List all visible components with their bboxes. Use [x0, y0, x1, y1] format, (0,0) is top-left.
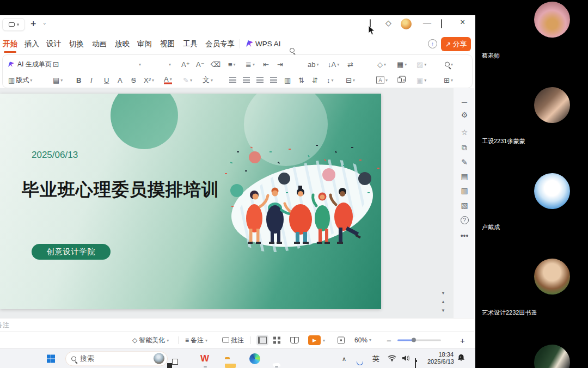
restore-button[interactable] — [441, 20, 442, 28]
insert-picture-icon[interactable]: ▦▾ — [397, 60, 407, 69]
paste-icon[interactable]: ▤▾ — [53, 76, 63, 84]
menu-view[interactable]: 视图 — [160, 34, 175, 54]
account-avatar[interactable] — [401, 19, 412, 29]
previous-slide-icon[interactable]: ▲ — [441, 299, 445, 304]
scroll-down-icon[interactable]: ▼ — [441, 291, 445, 296]
phonetic-guide-icon[interactable]: 文▾ — [203, 75, 213, 85]
tab-list-chevron-icon[interactable]: ⌄ — [42, 20, 47, 26]
effects-star-icon[interactable]: ☆ — [454, 128, 475, 137]
zoom-out-button[interactable]: − — [387, 335, 391, 345]
ime-language-indicator[interactable]: 英 — [372, 354, 379, 364]
highlight-color-icon[interactable]: ✎▾ — [183, 76, 192, 84]
zoom-level[interactable]: 60%▾ — [354, 336, 371, 344]
normal-view-button[interactable] — [256, 335, 268, 345]
share-button[interactable]: ↗分享 — [441, 37, 471, 51]
new-tab-button[interactable]: + — [30, 17, 36, 30]
bullet-list-icon[interactable]: ≡▾ — [228, 60, 236, 69]
zoom-in-button[interactable]: + — [460, 335, 465, 345]
clock[interactable]: 18:34 2025/6/13 — [427, 351, 454, 366]
menu-member[interactable]: 会员专享 — [205, 34, 235, 54]
play-options-chevron-icon[interactable]: ▾ — [323, 338, 325, 342]
format-painter-icon[interactable]: ⊡ — [53, 60, 59, 69]
text-box-icon[interactable]: A▾ — [376, 77, 388, 84]
line-spacing-icon[interactable]: ↕▾ — [327, 76, 334, 84]
numbered-list-icon[interactable]: ≣▾ — [246, 60, 255, 69]
wifi-icon[interactable] — [388, 354, 396, 364]
workspace-cube-icon[interactable]: ◇ — [385, 19, 391, 27]
edge-browser-icon[interactable] — [249, 353, 260, 364]
template-icon[interactable]: ▤ — [454, 172, 475, 181]
find-replace-icon[interactable]: ▾ — [445, 62, 453, 67]
font-name-select[interactable]: ▾ — [139, 62, 141, 67]
slide-sorter-view-button[interactable] — [273, 336, 280, 344]
decrease-indent-icon[interactable]: ⇤ — [263, 60, 269, 69]
notes-book-icon[interactable]: ▥ — [454, 186, 475, 195]
volume-icon[interactable] — [402, 354, 411, 364]
shape-fill-icon[interactable]: ▨▾ — [416, 60, 426, 69]
columns-icon[interactable]: ▥ — [284, 76, 291, 84]
decrease-font-icon[interactable]: A⁻ — [196, 60, 205, 69]
menu-slideshow[interactable]: 放映 — [115, 34, 130, 54]
superscript-button[interactable]: X²▾ — [144, 76, 154, 84]
menu-design[interactable]: 设计 — [46, 34, 61, 54]
search-book-icon[interactable]: ▧ — [454, 201, 475, 210]
resources-icon[interactable]: ⧉ — [454, 143, 475, 152]
character-spacing-icon[interactable]: ab▾ — [308, 60, 318, 69]
menu-wps-ai[interactable]: WPS AI — [246, 34, 281, 54]
notification-bell-icon[interactable]: z — [457, 354, 465, 364]
notes-toggle-button[interactable]: ≡ 备注▾ — [185, 335, 207, 345]
start-button[interactable] — [47, 354, 55, 363]
battery-icon[interactable] — [415, 358, 416, 368]
convert-to-slide-icon[interactable]: ⇄ — [347, 60, 353, 69]
merge-shapes-icon[interactable]: ▣▾ — [416, 76, 426, 84]
align-right-icon[interactable] — [256, 77, 264, 83]
slide[interactable]: 2025/06/13 毕业班心理委员摸排培训 创意设计学院 — [0, 94, 381, 309]
align-center-icon[interactable] — [243, 77, 250, 83]
next-slide-icon[interactable]: ▼ — [441, 308, 445, 313]
taskbar-search[interactable]: 搜索 — [65, 351, 168, 366]
more-options-icon[interactable]: ••• — [454, 231, 475, 240]
font-size-select[interactable]: ▾ — [169, 62, 171, 67]
italic-button[interactable]: I — [90, 76, 93, 84]
search-icon[interactable] — [290, 40, 295, 48]
collapse-panel-icon[interactable]: ─ — [454, 98, 475, 107]
wps-app-icon[interactable]: W — [200, 353, 209, 364]
zoom-slider[interactable] — [397, 339, 441, 341]
beautify-wand-icon[interactable]: ✎ — [454, 158, 475, 167]
reading-view-button[interactable] — [290, 337, 299, 344]
shapes-icon[interactable]: ◇▾ — [377, 60, 386, 69]
increase-indent-icon[interactable]: ⇥ — [277, 60, 283, 69]
fit-to-screen-icon[interactable] — [338, 336, 345, 344]
underline-button[interactable]: U — [104, 76, 109, 84]
menu-tools[interactable]: 工具 — [183, 34, 198, 54]
menu-insert[interactable]: 插入 — [24, 34, 39, 54]
decrease-paragraph-spacing-icon[interactable]: ⇵ — [312, 76, 318, 84]
font-color-button[interactable]: A▾ — [164, 76, 172, 84]
menu-home[interactable]: 开始 — [3, 34, 17, 54]
play-slideshow-button[interactable]: ▶ — [308, 335, 321, 345]
minimize-button[interactable]: — — [423, 17, 431, 27]
distribute-text-icon[interactable]: ⊟▾ — [346, 76, 355, 84]
menu-animation[interactable]: 动画 — [92, 34, 107, 54]
smart-beautify-button[interactable]: ◇ 智能美化▾ — [132, 335, 169, 345]
zoom-slider-knob[interactable] — [412, 338, 416, 342]
arrange-icon[interactable]: ▾ — [397, 78, 405, 83]
menu-transition[interactable]: 切换 — [69, 34, 84, 54]
slide-settings-icon[interactable]: ⊞▾ — [444, 76, 453, 84]
increase-font-icon[interactable]: A⁺ — [181, 60, 190, 69]
help-icon[interactable]: ? — [454, 215, 475, 224]
menu-review[interactable]: 审阅 — [137, 34, 152, 54]
increase-paragraph-spacing-icon[interactable]: ⇅ — [298, 76, 304, 84]
comment-button[interactable]: 批注 — [222, 335, 244, 345]
strikethrough-button[interactable]: S — [131, 76, 136, 84]
text-direction-icon[interactable]: ↓A▾ — [328, 60, 339, 69]
ai-generate-page-button[interactable]: AI 生成单页 — [8, 60, 52, 69]
align-left-icon[interactable] — [229, 77, 236, 83]
notes-bar[interactable]: 备注 — [0, 318, 475, 331]
character-border-button[interactable]: A — [118, 76, 122, 84]
object-properties-icon[interactable]: ⚙ — [454, 111, 475, 119]
upload-cloud-icon[interactable]: ↑ — [428, 39, 437, 48]
bold-button[interactable]: B — [76, 76, 81, 84]
document-tab[interactable] — [2, 18, 25, 31]
hidden-icons-chevron[interactable]: ∧ — [342, 355, 346, 362]
